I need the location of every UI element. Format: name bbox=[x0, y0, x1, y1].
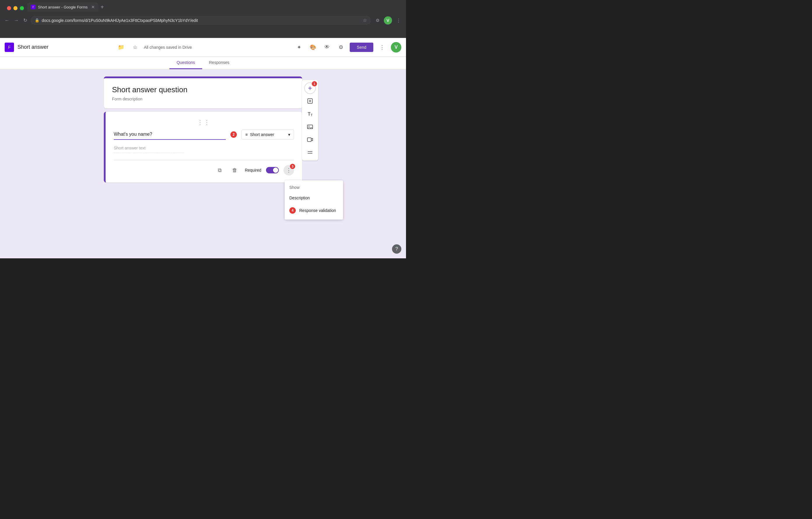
title-icon[interactable]: TT bbox=[304, 108, 316, 120]
answer-type-label: Short answer bbox=[250, 132, 274, 137]
tab-title: Short answer - Google Forms bbox=[38, 5, 88, 9]
import-icon[interactable] bbox=[304, 95, 316, 107]
tab-responses[interactable]: Responses bbox=[202, 57, 236, 69]
customize-icon[interactable]: ✦ bbox=[294, 42, 304, 53]
dropdown-arrow-icon: ▾ bbox=[288, 132, 290, 137]
app-logo: F bbox=[5, 43, 14, 52]
dropdown-description-item[interactable]: Description bbox=[285, 192, 343, 204]
badge-1: 1 bbox=[312, 81, 317, 86]
lock-icon: 🔒 bbox=[35, 18, 39, 23]
delete-icon[interactable]: 🗑 bbox=[230, 165, 240, 175]
sidebar-toolbar: + 1 TT bbox=[302, 80, 318, 161]
image-icon[interactable] bbox=[304, 121, 316, 133]
duplicate-icon[interactable]: ⧉ bbox=[214, 165, 225, 175]
extensions-icon[interactable]: ⚙ bbox=[373, 16, 381, 25]
response-validation-label: Response validation bbox=[299, 208, 336, 213]
answer-type-icon: ≡ bbox=[245, 132, 248, 137]
user-avatar[interactable]: V bbox=[391, 42, 401, 53]
question-input[interactable] bbox=[114, 129, 226, 140]
send-button[interactable]: Send bbox=[350, 43, 373, 52]
badge-4: 4 bbox=[289, 207, 296, 214]
tab-close-button[interactable]: ✕ bbox=[91, 5, 95, 9]
star-icon[interactable]: ☆ bbox=[363, 18, 367, 23]
svg-text:T: T bbox=[308, 111, 311, 116]
video-icon[interactable] bbox=[304, 134, 316, 145]
form-header-card: Short answer question Form description bbox=[104, 77, 302, 108]
url-text: docs.google.com/forms/d/1PuS0uN9kAHlJyAe… bbox=[42, 18, 360, 23]
svg-rect-11 bbox=[308, 138, 311, 142]
drag-handle: ⋮⋮ bbox=[114, 119, 294, 126]
svg-text:T: T bbox=[311, 113, 313, 117]
badge-2: 2 bbox=[230, 131, 237, 138]
required-label: Required bbox=[245, 168, 261, 172]
help-button[interactable]: ? bbox=[392, 244, 401, 254]
question-card: ⋮⋮ 2 ≡ Short answer ▾ Short answer text … bbox=[104, 112, 302, 183]
svg-point-10 bbox=[309, 126, 310, 127]
dropdown-show-label: Show bbox=[285, 183, 343, 192]
menu-icon[interactable]: ⋮ bbox=[394, 16, 403, 25]
back-button[interactable]: ← bbox=[3, 17, 10, 24]
required-toggle[interactable] bbox=[266, 167, 279, 173]
forward-button[interactable]: → bbox=[13, 17, 20, 24]
form-title[interactable]: Short answer question bbox=[112, 85, 294, 94]
address-bar[interactable]: 🔒 docs.google.com/forms/d/1PuS0uN9kAHlJy… bbox=[31, 16, 371, 25]
folder-icon[interactable]: 📁 bbox=[116, 42, 126, 53]
short-answer-placeholder: Short answer text bbox=[114, 146, 184, 153]
palette-icon[interactable]: 🎨 bbox=[308, 42, 318, 53]
app-title: Short answer bbox=[18, 44, 112, 50]
badge-3: 3 bbox=[290, 164, 295, 169]
svg-text:F: F bbox=[32, 5, 34, 8]
browser-avatar[interactable]: V bbox=[384, 16, 392, 25]
saved-status: All changes saved in Drive bbox=[144, 45, 192, 50]
tab-questions[interactable]: Questions bbox=[170, 57, 202, 69]
section-icon[interactable] bbox=[304, 146, 316, 158]
new-tab-button[interactable]: + bbox=[100, 4, 104, 10]
traffic-light-green[interactable] bbox=[20, 6, 24, 10]
profile-icon[interactable]: V bbox=[384, 16, 392, 25]
dropdown-response-validation-item[interactable]: 4 Response validation bbox=[285, 204, 343, 217]
description-label: Description bbox=[289, 196, 310, 200]
active-tab[interactable]: F Short answer - Google Forms ✕ bbox=[27, 2, 98, 12]
more-options-button[interactable]: ⋮ 3 bbox=[284, 165, 294, 175]
preview-icon[interactable]: 👁 bbox=[322, 42, 332, 53]
tab-favicon: F bbox=[31, 5, 36, 9]
refresh-button[interactable]: ↻ bbox=[22, 16, 28, 24]
svg-text:F: F bbox=[8, 45, 11, 50]
traffic-light-red[interactable] bbox=[7, 6, 11, 10]
star-icon[interactable]: ☆ bbox=[130, 42, 140, 53]
settings-icon[interactable]: ⚙ bbox=[336, 42, 346, 53]
form-description[interactable]: Form description bbox=[112, 97, 294, 101]
dropdown-menu: Show Description 4 Response validation bbox=[285, 181, 343, 219]
more-options-icon[interactable]: ⋮ bbox=[377, 42, 387, 53]
traffic-light-yellow[interactable] bbox=[13, 6, 18, 10]
answer-type-dropdown[interactable]: ≡ Short answer ▾ bbox=[241, 130, 294, 139]
